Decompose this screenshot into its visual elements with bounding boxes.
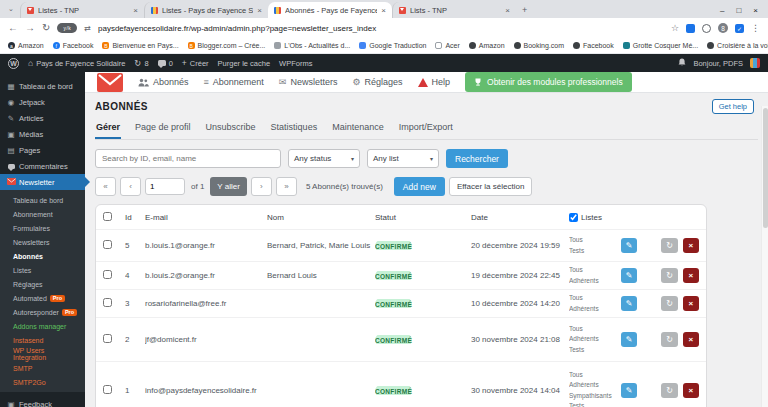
browser-menu-icon[interactable]: ⋮ [751,23,760,33]
list-select[interactable]: Any list ▾ [367,149,439,168]
user-avatar[interactable] [750,58,760,68]
prev-page-button[interactable]: ‹ [120,177,141,196]
resend-button[interactable]: ↻ [661,238,677,253]
maximize-icon[interactable]: □ [736,6,741,15]
sidebar-item-commentaires[interactable]: Commentaires [0,158,85,174]
clear-selection-button[interactable]: Effacer la sélection [449,177,532,196]
close-window-icon[interactable]: × [753,6,758,15]
sidebar-item-medias[interactable]: ▣ Médias [0,126,85,142]
get-pro-modules-button[interactable]: Obtenir des modules professionnels [465,72,632,92]
tab-unsubscribe[interactable]: Unsubscribe [205,119,257,139]
page-scrollbar[interactable] [761,106,768,407]
bookmark[interactable]: Acer [435,42,459,49]
search-input[interactable] [95,149,281,168]
purge-cache-link[interactable]: Purger le cache [218,59,271,68]
delete-button[interactable]: × [683,238,699,253]
sidebar-item-jetpack[interactable]: ◉ Jetpack [0,94,85,110]
profile-avatar[interactable]: 8 [718,23,728,33]
bookmark[interactable]: Google Traduction [359,42,426,49]
comments-link[interactable]: 0 [158,59,173,68]
extensions-icon[interactable] [702,24,711,33]
edit-button[interactable]: ✎ [621,296,637,311]
notification-bell-icon[interactable] [678,58,686,69]
sidebar-item-pages[interactable]: ▤ Pages [0,142,85,158]
back-icon[interactable]: ← [8,23,18,33]
next-page-button[interactable]: › [251,177,272,196]
wpforms-link[interactable]: WPForms [279,59,312,68]
status-select[interactable]: Any status ▾ [288,149,360,168]
sidebar-item-articles[interactable]: ✎ Articles [0,110,85,126]
new-content-link[interactable]: + Créer [182,58,209,68]
bookmark[interactable]: Grotte Cosquer Mé... [623,42,698,49]
submenu-formulaires[interactable]: Formulaires [0,221,85,235]
tab-gerer[interactable]: Gérer [95,119,121,139]
updates-link[interactable]: ↻ 8 [134,58,148,68]
delete-button[interactable]: × [683,332,699,347]
url-bar[interactable]: paysdefayencesolidaire.fr/wp-admin/admin… [98,24,664,33]
resend-button[interactable]: ↻ [661,332,677,347]
bookmark[interactable]: L'Obs - Actualités d... [274,42,350,49]
row-checkbox[interactable] [103,270,112,279]
get-help-button[interactable]: Get help [712,99,754,114]
submenu-wp-users-integration[interactable]: WP Users Integration [0,347,85,361]
last-page-button[interactable]: » [276,177,297,196]
browser-tab-active[interactable]: Abonnés - Pays de Fayence Soli × [268,2,392,18]
tab-close-icon[interactable]: × [505,6,510,15]
listes-toggle-checkbox[interactable] [569,213,578,222]
submenu-abonnement[interactable]: Abonnement [0,207,85,221]
submenu-newsletters[interactable]: Newsletters [0,235,85,249]
delete-button[interactable]: × [683,268,699,283]
browser-tab-4[interactable]: Lists - TNP × [392,2,516,18]
nav-help[interactable]: Help [418,77,451,87]
security-check-icon[interactable]: ✓ [735,24,744,33]
submenu-autoresponder[interactable]: Autoresponder Pro [0,305,85,319]
tab-page-de-profil[interactable]: Page de profil [134,119,192,139]
add-new-button[interactable]: Add new [394,177,445,196]
bookmark[interactable]: BBlogger.com – Crée... [188,42,266,49]
tab-close-icon[interactable]: × [133,6,138,15]
sidebar-item-feedback[interactable]: ▣ Feedback [0,396,85,407]
resend-button[interactable]: ↻ [661,268,677,283]
bookmark[interactable]: BBienvenue en Pays... [102,42,178,49]
row-checkbox[interactable] [103,334,112,343]
tab-maintenance[interactable]: Maintenance [331,119,385,139]
page-number-input[interactable] [145,178,185,195]
tab-statistiques[interactable]: Statistiques [270,119,319,139]
submenu-reglages[interactable]: Réglages [0,277,85,291]
submenu-instasend[interactable]: Instasend [0,333,85,347]
submenu-smtp2go[interactable]: SMTP2Go [0,375,85,389]
new-tab-button[interactable]: + [522,5,527,15]
submenu-listes[interactable]: Listes [0,263,85,277]
bookmark[interactable]: Facebook [573,42,614,49]
bookmark[interactable]: fFacebook [53,42,94,49]
bookmark[interactable]: Amazon [469,42,505,49]
browser-tab-1[interactable]: Listes - TNP × [20,2,144,18]
bookmark[interactable]: Croisière à la voile a... [707,42,768,49]
tab-close-icon[interactable]: × [381,6,386,15]
extension-badge[interactable]: y/k [57,23,77,33]
row-checkbox[interactable] [103,298,112,307]
tab-search-icon[interactable]: ⌄ [4,2,18,16]
resend-button[interactable]: ↻ [661,383,677,398]
submenu-abonnes[interactable]: Abonnés [0,249,85,263]
reload-icon[interactable]: ↻ [42,23,50,33]
nav-newsletters[interactable]: ✉ Newsletters [279,77,338,87]
row-checkbox[interactable] [103,240,112,249]
select-all-checkbox[interactable] [103,212,112,221]
edit-button[interactable]: ✎ [621,383,637,398]
shield-extension-icon[interactable] [686,24,695,33]
tab-import-export[interactable]: Import/Export [398,119,454,139]
edit-button[interactable]: ✎ [621,238,637,253]
sidebar-item-newsletter[interactable]: Newsletter [0,174,85,190]
go-to-page-button[interactable]: Y aller [210,177,247,196]
submenu-automated[interactable]: Automated Pro [0,291,85,305]
first-page-button[interactable]: « [95,177,116,196]
tab-close-icon[interactable]: × [257,6,262,15]
site-info-icon[interactable]: ⇄ [84,24,91,33]
delete-button[interactable]: × [683,383,699,398]
greeting[interactable]: Bonjour, PDFS [693,59,743,68]
bookmark[interactable]: Booking.com [514,42,564,49]
bookmark[interactable]: aAmazon [8,42,44,49]
wordpress-logo-icon[interactable]: W [8,58,19,69]
delete-button[interactable]: × [683,296,699,311]
